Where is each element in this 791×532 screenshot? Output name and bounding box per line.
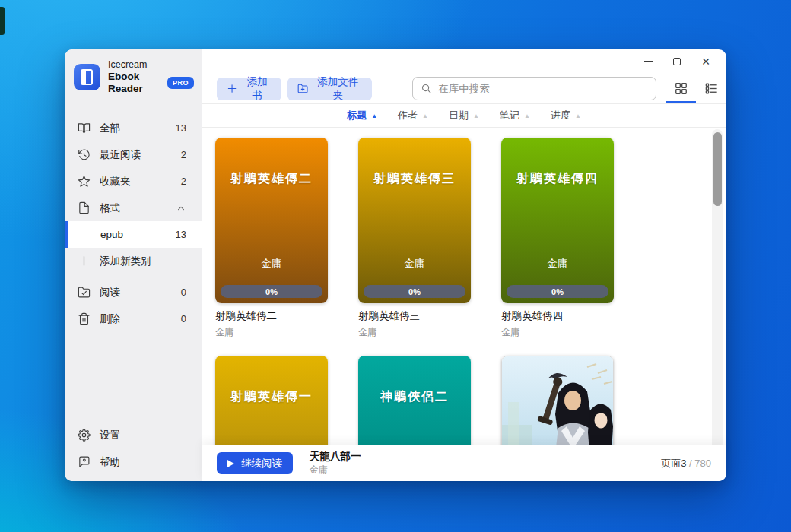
- sidebar-item-favorites[interactable]: 收藏夹 2: [65, 168, 202, 195]
- sidebar-item-label: epub: [100, 229, 123, 240]
- book-cell: 射鵰英雄傳二 金庸 0% 射鵰英雄傳二 金庸: [215, 138, 328, 339]
- page-current: 页面3: [661, 458, 686, 469]
- add-folder-button[interactable]: 添加文件夹: [287, 78, 372, 100]
- sidebar-item-add-category[interactable]: 添加新类别: [65, 248, 202, 274]
- main-panel: ✕ 添加书 添加文件夹: [202, 49, 726, 481]
- book-title: 射鵰英雄傳二: [215, 309, 328, 323]
- grid-view-button[interactable]: [666, 74, 696, 103]
- sidebar-item-recent[interactable]: 最近阅读 2: [65, 141, 202, 168]
- close-button[interactable]: ✕: [691, 52, 720, 71]
- app-logo: Icecream Ebook Reader PRO: [65, 49, 202, 95]
- sort-asc-icon: ▲: [575, 112, 581, 119]
- sidebar-item-count: 13: [176, 122, 186, 134]
- sort-option-date[interactable]: 日期▲: [449, 109, 479, 122]
- sort-option-notes[interactable]: 笔记▲: [500, 109, 530, 122]
- continue-reading-label: 继续阅读: [241, 457, 282, 470]
- sidebar-item-label: 全部: [100, 122, 120, 135]
- sidebar-item-settings[interactable]: 设置: [65, 422, 202, 448]
- book-open-icon: [77, 122, 91, 135]
- sidebar-item-count: 2: [181, 176, 186, 187]
- book-cell: 射鵰英雄傳四 金庸 0% 射鵰英雄傳四 金庸: [501, 138, 614, 339]
- cover-title: 射鵰英雄傳一: [215, 389, 328, 405]
- sort-asc-icon: ▲: [524, 112, 530, 119]
- cover-title: 射鵰英雄傳二: [215, 171, 328, 187]
- book-card[interactable]: 射鵰英雄傳三 金庸 0%: [358, 138, 471, 303]
- sidebar-item-epub[interactable]: epub 13: [65, 221, 202, 248]
- folder-plus-icon: [297, 83, 308, 94]
- cover-author: 金庸: [501, 257, 614, 271]
- sort-label: 进度: [551, 109, 570, 122]
- sidebar-menu: 全部 13 最近阅读 2 收藏夹 2 格式: [65, 115, 202, 332]
- sort-label: 作者: [398, 109, 418, 122]
- help-icon: [77, 455, 91, 469]
- app-name-line2: Ebook Reader: [108, 71, 164, 95]
- sidebar-item-label: 收藏夹: [100, 175, 131, 188]
- play-icon: [227, 460, 234, 467]
- book-title: 射鵰英雄傳三: [358, 309, 471, 323]
- sidebar-item-reading[interactable]: 阅读 0: [65, 279, 202, 306]
- book-author: 金庸: [501, 326, 614, 339]
- sort-bar: 标题▲ 作者▲ 日期▲ 笔记▲ 进度▲: [202, 104, 726, 128]
- cover-title: 射鵰英雄傳四: [501, 171, 614, 187]
- plus-icon: [77, 255, 91, 268]
- list-view-button[interactable]: [696, 74, 726, 103]
- star-icon: [77, 175, 91, 188]
- close-icon: ✕: [701, 56, 710, 67]
- sort-option-title[interactable]: 标题▲: [347, 109, 377, 122]
- scrollbar-thumb[interactable]: [713, 132, 722, 206]
- page-total: / 780: [686, 458, 711, 469]
- sidebar-item-count: 2: [181, 149, 186, 160]
- history-icon: [77, 148, 91, 162]
- search-icon: [421, 83, 432, 94]
- sidebar-item-label: 最近阅读: [100, 148, 141, 162]
- sidebar-item-help[interactable]: 帮助: [65, 448, 202, 475]
- sidebar-item-all[interactable]: 全部 13: [65, 115, 202, 141]
- add-book-button[interactable]: 添加书: [217, 78, 281, 100]
- book-grid: 射鵰英雄傳二 金庸 0% 射鵰英雄傳二 金庸 射鵰英雄傳三 金庸 0%: [215, 138, 726, 481]
- sort-label: 笔记: [500, 109, 519, 122]
- book-cell: 射鵰英雄傳三 金庸 0% 射鵰英雄傳三 金庸: [358, 138, 471, 339]
- sidebar-item-trash[interactable]: 删除 0: [65, 306, 202, 332]
- cover-author: 金庸: [215, 257, 328, 271]
- book-author: 金庸: [215, 326, 328, 339]
- sidebar-item-count: 0: [181, 287, 186, 298]
- sidebar-item-label: 帮助: [100, 455, 120, 469]
- bottom-bar: 继续阅读 天龍八部一 金庸 页面3 / 780: [202, 445, 726, 481]
- sidebar-item-label: 格式: [100, 201, 120, 215]
- sidebar-item-label: 删除: [100, 312, 120, 326]
- file-icon: [77, 201, 91, 215]
- toolbar: 添加书 添加文件夹: [202, 74, 726, 104]
- sort-asc-icon: ▲: [371, 112, 377, 119]
- add-book-label: 添加书: [243, 75, 272, 103]
- view-toggles: [666, 74, 726, 103]
- chevron-up-icon[interactable]: [176, 203, 186, 214]
- pro-badge: PRO: [167, 77, 194, 89]
- book-card[interactable]: 射鵰英雄傳二 金庸 0%: [215, 138, 328, 303]
- book-card[interactable]: 射鵰英雄傳四 金庸 0%: [501, 138, 614, 303]
- search-input[interactable]: [438, 83, 648, 94]
- maximize-button[interactable]: [662, 52, 691, 71]
- sidebar-item-format[interactable]: 格式: [65, 195, 202, 221]
- sidebar-item-label: 设置: [100, 429, 120, 442]
- continue-reading-button[interactable]: 继续阅读: [217, 452, 293, 474]
- sidebar-item-count: 0: [181, 313, 186, 325]
- sidebar-item-label: 添加新类别: [100, 255, 151, 268]
- desktop-artifact: [0, 7, 5, 35]
- progress-pill: 0%: [364, 285, 465, 298]
- cover-author: 金庸: [358, 257, 471, 271]
- minimize-button[interactable]: [634, 52, 662, 71]
- gear-icon: [77, 429, 91, 442]
- trash-icon: [77, 312, 91, 326]
- search-box: [412, 77, 656, 100]
- sort-option-author[interactable]: 作者▲: [398, 109, 428, 122]
- folder-check-icon: [77, 286, 91, 299]
- now-reading: 天龍八部一 金庸: [310, 451, 361, 477]
- library-content: 射鵰英雄傳二 金庸 0% 射鵰英雄傳二 金庸 射鵰英雄傳三 金庸 0%: [202, 128, 726, 481]
- scrollbar-track[interactable]: [712, 129, 723, 480]
- add-folder-label: 添加文件夹: [313, 75, 362, 103]
- grid-icon: [674, 81, 688, 96]
- sort-asc-icon: ▲: [422, 112, 428, 119]
- titlebar: ✕: [202, 49, 726, 74]
- sort-option-progress[interactable]: 进度▲: [551, 109, 581, 122]
- page-info: 页面3 / 780: [661, 457, 711, 470]
